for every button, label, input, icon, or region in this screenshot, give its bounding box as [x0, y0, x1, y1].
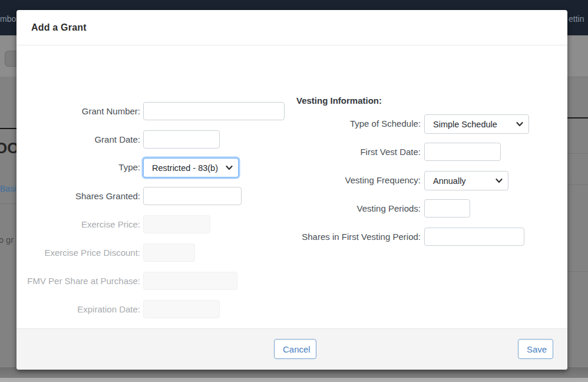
page-divider-left	[0, 203, 16, 204]
page-heading-fragment: OO	[0, 139, 18, 157]
navbar-left-text-fragment: mbo	[0, 14, 16, 24]
form-row-type-of-schedule: Type of Schedule: Simple Schedule	[16, 114, 567, 134]
chevron-down-icon	[226, 165, 233, 171]
vesting-frequency-select-value: Annually	[433, 176, 466, 186]
type-of-schedule-select-value: Simple Schedule	[433, 120, 497, 129]
first-vest-date-input[interactable]	[424, 143, 501, 161]
modal-title: Add a Grant	[31, 22, 87, 33]
page-heading-underline	[0, 128, 16, 129]
modal-footer: Cancel Save	[16, 328, 567, 370]
page-text-fragment: o gr	[0, 235, 14, 245]
expiration-date-label: Expiration Date:	[77, 304, 140, 314]
modal-header: Add a Grant	[16, 10, 567, 45]
page-divider-right	[567, 77, 588, 77]
form-row-vesting-periods: Vesting Periods:	[16, 199, 567, 219]
cancel-button[interactable]: Cancel	[274, 339, 316, 359]
navbar-right-text-fragment: ettin	[569, 14, 584, 24]
vesting-periods-label: Vesting Periods:	[357, 203, 421, 213]
expiration-date-input	[143, 300, 220, 318]
type-of-schedule-label: Type of Schedule:	[350, 118, 421, 129]
exercise-price-discount-label: Exercise Price Discount:	[44, 248, 140, 258]
shares-first-vesting-period-input[interactable]	[424, 228, 524, 246]
form-row-fmv-per-share: FMV Per Share at Purchase:	[16, 272, 567, 292]
screen: mbo ettin OO Basi o gr Add a Grant Grant…	[0, 0, 588, 382]
form-row-first-vest-date: First Vest Date:	[16, 143, 567, 163]
add-grant-modal: Add a Grant Grant Number: Grant Date: Ty…	[16, 10, 567, 370]
chevron-down-icon	[516, 121, 523, 127]
shares-first-vesting-period-label: Shares in First Vesting Period:	[302, 232, 421, 242]
page-bottom-edge	[0, 378, 588, 382]
page-heading-underline-right	[567, 117, 588, 118]
fmv-per-share-label: FMV Per Share at Purchase:	[27, 276, 140, 286]
page-divider-right	[567, 153, 588, 154]
type-of-schedule-select[interactable]: Simple Schedule	[424, 114, 529, 134]
form-row-vesting-frequency: Vesting Frequency: Annually	[16, 171, 567, 191]
page-divider-right	[567, 185, 588, 185]
fmv-per-share-input	[143, 272, 237, 290]
vesting-frequency-label: Vesting Frequency:	[345, 175, 421, 185]
vesting-periods-input[interactable]	[424, 199, 470, 218]
chevron-down-icon	[495, 178, 503, 184]
modal-body: Grant Number: Grant Date: Type: Restrict…	[16, 46, 567, 328]
vesting-information-heading: Vesting Information:	[296, 95, 382, 106]
form-row-expiration-date: Expiration Date:	[16, 300, 567, 320]
page-link-fragment: Basi	[0, 184, 16, 193]
page-divider-right	[567, 271, 588, 272]
first-vest-date-label: First Vest Date:	[360, 147, 421, 157]
vesting-frequency-select[interactable]: Annually	[424, 171, 508, 190]
form-row-shares-first-vesting-period: Shares in First Vesting Period:	[16, 228, 567, 248]
save-button[interactable]: Save	[518, 339, 553, 359]
